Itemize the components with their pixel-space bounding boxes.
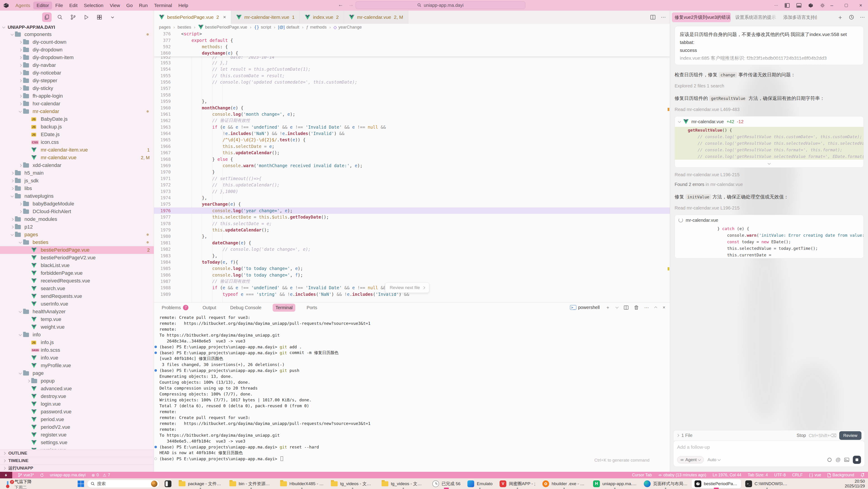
chat-input[interactable]: Add a follow-up ∞Agent Auto @: [673, 440, 865, 467]
taskbar-app-闺蜜圈APP - ;[interactable]: V闺蜜圈APP - ;: [497, 479, 538, 488]
tree-item-login.vue[interactable]: login.vue: [0, 400, 154, 408]
menu-item-edit[interactable]: Edit: [66, 2, 81, 9]
taskbar-app-Emulato[interactable]: Emulato: [464, 479, 495, 488]
breadcrumb-yearChange[interactable]: ◇yearChange: [334, 25, 362, 30]
breadcrumb-default[interactable]: [@]default: [278, 25, 299, 30]
code-line-1983[interactable]: 1983 },: [154, 252, 670, 259]
breadcrumb-bestiePeriodPage.vue[interactable]: bestiePeriodPage.vue: [198, 25, 247, 30]
code-line-1961[interactable]: 1961 console.log('month change=', e);: [154, 111, 670, 117]
split-terminal-icon[interactable]: [624, 305, 628, 310]
code-line-1973[interactable]: 1973 // },1000): [154, 188, 670, 194]
sync-icon[interactable]: [40, 473, 44, 477]
tree-item-receivedRequests.vue[interactable]: receivedRequests.vue: [0, 277, 154, 285]
remote-indicator[interactable]: [0, 472, 12, 478]
ai-more-icon[interactable]: ⋯: [860, 14, 865, 20]
trash-icon[interactable]: [634, 305, 639, 310]
taskbar-app-C:\WINDOWS\syste[interactable]: >_C:\WINDOWS\syste: [742, 479, 792, 488]
panel-tab-debug-console[interactable]: Debug Console: [227, 304, 264, 312]
panel-tab-output[interactable]: Output: [200, 304, 219, 312]
chevron-down-icon[interactable]: [108, 12, 117, 22]
code-line-1860[interactable]: 1860 daychange(e) {: [154, 50, 670, 56]
menu-item-selection[interactable]: Selection: [81, 2, 106, 9]
tree-item-besties[interactable]: besties: [0, 239, 154, 246]
tree-item-backup.js[interactable]: JSbackup.js: [0, 123, 154, 131]
taskbar-app-uniapp-app.ma.dayi[interactable]: Huniapp-app.ma.dayi: [590, 479, 640, 488]
tree-item-page[interactable]: page: [0, 369, 154, 377]
menu-item-run[interactable]: Run: [136, 2, 151, 9]
tree-item-forbiddenPage.vue[interactable]: forbiddenPage.vue: [0, 269, 154, 277]
restore-button[interactable]: [839, 0, 854, 11]
bell-icon[interactable]: [861, 473, 864, 477]
back-arrow-icon[interactable]: ←: [338, 1, 343, 8]
close-tab-icon[interactable]: ×: [223, 14, 226, 20]
code-line-1972[interactable]: 1972 // this.updateCalendar();: [154, 182, 670, 188]
tree-item-p12[interactable]: p12: [0, 223, 154, 231]
tree-item-diy-noticebar[interactable]: diy-noticebar: [0, 69, 154, 77]
taskbar-app-bin - 文件资源管理[interactable]: bin - 文件资源管理: [226, 479, 276, 488]
tree-item-userInfo.vue[interactable]: userInfo.vue: [0, 300, 154, 308]
panel-more-icon[interactable]: ⋯: [644, 305, 649, 310]
menu-item-help[interactable]: Help: [175, 2, 191, 9]
panel-tab-problems[interactable]: Problems7: [159, 304, 191, 312]
tab-mr-calendar.vue[interactable]: mr-calendar.vue2, M: [344, 11, 408, 24]
tree-item-js_sdk[interactable]: js_sdk: [0, 177, 154, 185]
cursor-cube-icon[interactable]: [808, 3, 813, 8]
tree-item-node_modules[interactable]: node_modules: [0, 215, 154, 223]
terminal[interactable]: remote: Create pull request for vue3:rem…: [154, 314, 670, 462]
taskbar-app-bestiePeriodPage.vu[interactable]: bestiePeriodPage.vu: [691, 479, 741, 488]
git-branch-icon[interactable]: [68, 12, 78, 22]
taskbar-app-页面样式与布局 | un[interactable]: 页面样式与布局 | un: [641, 479, 690, 488]
breadcrumb-pages[interactable]: pages: [159, 25, 171, 30]
split-editor-icon[interactable]: [650, 15, 655, 20]
tree-item-diy-count-down[interactable]: diy-count-down: [0, 38, 154, 46]
taskbar-app-HbuilderX485 - 文件[interactable]: HbuilderX485 - 文件: [277, 479, 327, 488]
tree-item-info.js[interactable]: JSinfo.js: [0, 339, 154, 346]
code-line-1954[interactable]: 1954 // let result = this.getCustomDate(…: [154, 66, 670, 72]
tab-bestiePeriodPage.vue[interactable]: bestiePeriodPage.vue2×: [154, 11, 231, 24]
code-line-1969[interactable]: 1969 console.warn('monthChange received …: [154, 162, 670, 169]
code-card-header[interactable]: mr-calendar.vue: [675, 215, 864, 225]
code-line-1967[interactable]: 1967 this.updateCalendar();: [154, 150, 670, 156]
taskbar-app-package - 文件资源管[interactable]: package - 文件资源管: [176, 479, 225, 488]
tree-item-nativeplugins[interactable]: nativeplugins: [0, 192, 154, 200]
taskbar-app-tg_videos - 文件资源[interactable]: tg_videos - 文件资源: [328, 479, 377, 488]
code-line-1956[interactable]: 1956 // console.log('updated customedate…: [154, 79, 670, 85]
minimize-button[interactable]: –: [825, 0, 839, 11]
background-status[interactable]: Background: [828, 473, 854, 478]
tree-item-components[interactable]: components: [0, 31, 154, 38]
code-editor[interactable]: 1952 // date: '2023-10-141953 // },]1954…: [154, 31, 670, 302]
tree-item-weight.vue[interactable]: weight.vue: [0, 323, 154, 331]
code-card-mr-calendar.vue[interactable]: mr-calendar.vue } catch (e) { console.wa…: [675, 215, 864, 258]
code-line-1958[interactable]: 1958: [154, 92, 670, 98]
breadcrumb-besties[interactable]: besties: [178, 25, 191, 30]
stop-generation-button[interactable]: [853, 456, 861, 464]
stop-button[interactable]: Stop: [797, 433, 806, 438]
taskbar-app-hbuilder .exe - Every[interactable]: hbuilder .exe - Every: [539, 479, 589, 488]
tree-item-myProfile.vue[interactable]: myProfile.vue: [0, 362, 154, 369]
tree-item-diy-stepper[interactable]: diy-stepper: [0, 77, 154, 85]
tree-item-fh-apple-login[interactable]: fh-apple-login: [0, 92, 154, 100]
weather-widget[interactable]: 7 气温下降 下周二: [3, 479, 32, 489]
tree-item-EDate.js[interactable]: JSEDate.js: [0, 131, 154, 139]
code-line-1959[interactable]: 1959 },: [154, 98, 670, 104]
close-button[interactable]: ×: [854, 0, 868, 11]
tree-item-libs[interactable]: libs: [0, 185, 154, 192]
run-debug-icon[interactable]: [82, 12, 91, 22]
terminal-dropdown-icon[interactable]: [616, 306, 618, 308]
tree-item-info.vue[interactable]: info.vue: [0, 354, 154, 362]
tree-item-mr-calendar[interactable]: mr-calendar: [0, 108, 154, 115]
code-card-mr-calendar.vue[interactable]: mr-calendar.vue+42-12 getResultValue() {…: [675, 116, 864, 167]
toggle-sidebar-icon[interactable]: [785, 3, 789, 8]
ai-tab[interactable]: 设置系统语言的提示: [733, 12, 779, 22]
search-icon[interactable]: [55, 12, 65, 22]
tree-item-popup[interactable]: popup: [0, 377, 154, 385]
review-button[interactable]: Review: [839, 431, 862, 440]
tree-item-periodV2.vue[interactable]: periodV2.vue: [0, 423, 154, 431]
taskbar-clock[interactable]: 20:50 2025/11/29: [845, 479, 865, 489]
workspace-status[interactable]: uniapp-app.ma.dayi: [50, 473, 86, 478]
terminal-instance[interactable]: >_ powershell: [570, 305, 600, 310]
panel-tab-terminal[interactable]: Terminal: [273, 304, 295, 312]
taskbar-search[interactable]: 搜索: [87, 480, 159, 488]
taskbar-app-tg_videos - 文件资源[interactable]: tg_videos - 文件资源: [379, 479, 428, 488]
problems-status[interactable]: ⊗0⚠7: [92, 473, 110, 478]
